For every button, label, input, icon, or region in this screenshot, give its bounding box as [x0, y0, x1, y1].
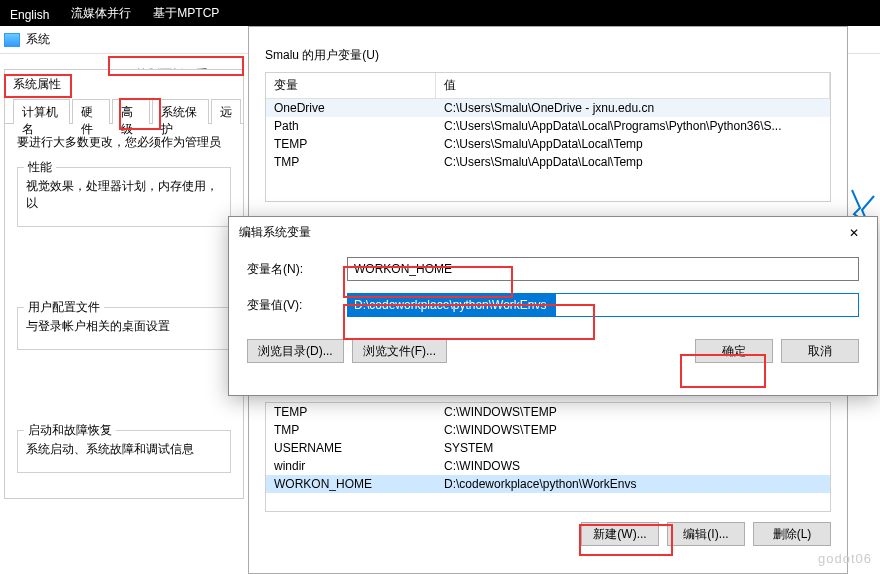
- cell-value: C:\Users\Smalu\AppData\Local\Temp: [436, 135, 830, 153]
- system-window-title: 系统: [26, 31, 50, 48]
- user-vars-label: Smalu 的用户变量(U): [265, 47, 831, 64]
- cell-value: C:\WINDOWS\TEMP: [436, 403, 830, 421]
- startup-recovery-group: 启动和故障恢复 系统启动、系统故障和调试信息: [17, 430, 231, 473]
- cell-variable: USERNAME: [266, 439, 436, 457]
- tab-remote[interactable]: 远: [211, 99, 241, 124]
- col-value[interactable]: 值: [436, 73, 830, 98]
- cell-value: C:\Users\Smalu\AppData\Local\Temp: [436, 153, 830, 171]
- table-row[interactable]: PathC:\Users\Smalu\AppData\Local\Program…: [266, 117, 830, 135]
- cell-variable: OneDrive: [266, 99, 436, 117]
- table-header: 变量 值: [266, 73, 830, 99]
- browser-tab[interactable]: 基于MPTCP: [143, 1, 229, 26]
- group-text: 视觉效果，处理器计划，内存使用，以: [26, 178, 222, 212]
- table-row[interactable]: TMPC:\Users\Smalu\AppData\Local\Temp: [266, 153, 830, 171]
- cell-value: C:\WINDOWS\TEMP: [436, 421, 830, 439]
- table-row[interactable]: TMPC:\WINDOWS\TEMP: [266, 421, 830, 439]
- performance-group: 性能 视觉效果，处理器计划，内存使用，以: [17, 167, 231, 227]
- browse-directory-button[interactable]: 浏览目录(D)...: [247, 339, 344, 363]
- dialog-title: 系统属性: [5, 70, 243, 98]
- browse-file-button[interactable]: 浏览文件(F)...: [352, 339, 447, 363]
- sysprops-tabs: 计算机名 硬件 高级 系统保护 远: [5, 98, 243, 124]
- close-button[interactable]: ✕: [831, 217, 877, 247]
- group-legend: 启动和故障恢复: [24, 422, 116, 439]
- browser-tab[interactable]: English: [0, 4, 59, 26]
- new-button[interactable]: 新建(W)...: [581, 522, 659, 546]
- ok-button[interactable]: 确定: [695, 339, 773, 363]
- table-row[interactable]: USERNAMESYSTEM: [266, 439, 830, 457]
- group-legend: 性能: [24, 159, 56, 176]
- system-vars-table[interactable]: TEMPC:\WINDOWS\TEMPTMPC:\WINDOWS\TEMPUSE…: [265, 402, 831, 512]
- watermark: godot06: [818, 551, 872, 566]
- cell-value: D:\codeworkplace\python\WorkEnvs: [436, 475, 830, 493]
- system-vars-buttons: 新建(W)... 编辑(I)... 删除(L): [265, 522, 831, 546]
- dialog-title: 编辑系统变量: [239, 224, 311, 241]
- table-row[interactable]: TEMPC:\Users\Smalu\AppData\Local\Temp: [266, 135, 830, 153]
- variable-value-input[interactable]: [347, 293, 859, 317]
- dialog-titlebar: 编辑系统变量 ✕: [229, 217, 877, 247]
- edit-system-variable-dialog: 编辑系统变量 ✕ 变量名(N): 变量值(V): 浏览目录(D)... 浏览文件…: [228, 216, 878, 396]
- browser-tabbar: English 流媒体并行 基于MPTCP: [0, 0, 880, 26]
- browser-tab[interactable]: 流媒体并行: [61, 1, 141, 26]
- group-text: 系统启动、系统故障和调试信息: [26, 441, 222, 458]
- user-profiles-group: 用户配置文件 与登录帐户相关的桌面设置: [17, 307, 231, 350]
- cell-variable: WORKON_HOME: [266, 475, 436, 493]
- tab-system-protection[interactable]: 系统保护: [152, 99, 209, 124]
- system-icon: [4, 33, 20, 47]
- cell-variable: TEMP: [266, 403, 436, 421]
- close-icon: ✕: [849, 226, 859, 240]
- cancel-button[interactable]: 取消: [781, 339, 859, 363]
- delete-button[interactable]: 删除(L): [753, 522, 831, 546]
- table-row[interactable]: WORKON_HOMED:\codeworkplace\python\WorkE…: [266, 475, 830, 493]
- cell-value: C:\Users\Smalu\AppData\Local\Programs\Py…: [436, 117, 830, 135]
- table-row[interactable]: TEMPC:\WINDOWS\TEMP: [266, 403, 830, 421]
- variable-value-label: 变量值(V):: [247, 297, 347, 314]
- cell-variable: TEMP: [266, 135, 436, 153]
- cell-variable: Path: [266, 117, 436, 135]
- cell-value: SYSTEM: [436, 439, 830, 457]
- col-variable[interactable]: 变量: [266, 73, 436, 98]
- table-row[interactable]: windirC:\WINDOWS: [266, 457, 830, 475]
- group-legend: 用户配置文件: [24, 299, 104, 316]
- cell-value: C:\WINDOWS: [436, 457, 830, 475]
- edit-button[interactable]: 编辑(I)...: [667, 522, 745, 546]
- cell-value: C:\Users\Smalu\OneDrive - jxnu.edu.cn: [436, 99, 830, 117]
- system-properties-dialog: 系统属性 计算机名 硬件 高级 系统保护 远 要进行大多数更改，您必须作为管理员…: [4, 69, 244, 499]
- cell-variable: TMP: [266, 153, 436, 171]
- tab-computer-name[interactable]: 计算机名: [13, 99, 70, 124]
- cell-variable: TMP: [266, 421, 436, 439]
- table-row[interactable]: OneDriveC:\Users\Smalu\OneDrive - jxnu.e…: [266, 99, 830, 117]
- variable-name-label: 变量名(N):: [247, 261, 347, 278]
- group-text: 与登录帐户相关的桌面设置: [26, 318, 222, 335]
- tab-advanced[interactable]: 高级: [112, 99, 150, 124]
- variable-name-input[interactable]: [347, 257, 859, 281]
- tab-hardware[interactable]: 硬件: [72, 99, 110, 124]
- cell-variable: windir: [266, 457, 436, 475]
- user-vars-table[interactable]: 变量 值 OneDriveC:\Users\Smalu\OneDrive - j…: [265, 72, 831, 202]
